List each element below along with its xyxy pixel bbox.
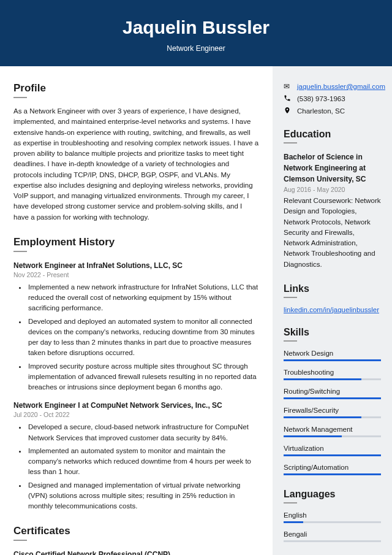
skill-bar	[284, 435, 381, 437]
linkedin-link[interactable]: linkedin.com/in/jaquelinbussler	[284, 306, 379, 313]
education-heading: Education	[284, 129, 381, 144]
skill-name: Troubleshooting	[284, 369, 381, 376]
job-bullet: Improved security posture across multipl…	[27, 361, 259, 393]
skill-bar	[284, 416, 381, 418]
phone-icon	[284, 94, 292, 103]
certificates-heading: Certificates	[13, 525, 259, 542]
job-bullet: Developed and deployed an automated syst…	[27, 316, 259, 359]
education-desc: Relevant Coursework: Network Design and …	[284, 196, 381, 270]
job-entry: Network Engineer at InfraNet Solutions, …	[13, 261, 259, 393]
skill-name: Network Design	[284, 350, 381, 357]
job-bullet: Developed a secure, cloud-based network …	[27, 422, 259, 443]
contact-section: ✉ jaquelin.bussler@gmail.com (538) 973-1…	[284, 82, 381, 115]
skill-item: Firewalls/Security	[284, 407, 381, 418]
skill-item: Network Design	[284, 350, 381, 361]
skill-bar	[284, 378, 381, 380]
skill-bar	[284, 454, 381, 456]
skill-name: Scripting/Automation	[284, 464, 381, 471]
profile-heading: Profile	[13, 82, 259, 99]
location-text: Charleston, SC	[297, 107, 345, 115]
education-title: Bachelor of Science in Network Engineeri…	[284, 151, 381, 185]
profile-text: As a Network Engineer with over 3 years …	[13, 106, 259, 223]
language-item: Bengali	[284, 530, 381, 542]
person-name: Jaquelin Bussler	[12, 17, 380, 38]
job-bullet: Implemented a new network infrastructure…	[27, 282, 259, 314]
skill-item: Virtualization	[284, 445, 381, 456]
employment-heading: Employment History	[13, 236, 259, 253]
job-bullet: Designed and managed implementation of v…	[27, 480, 259, 512]
skill-name: Virtualization	[284, 445, 381, 452]
education-dates: Aug 2016 - May 2020	[284, 186, 381, 193]
skill-item: Network Management	[284, 426, 381, 437]
skill-item: Routing/Switching	[284, 388, 381, 399]
cert-title: Cisco Certified Network Professional (CC…	[13, 550, 259, 555]
sidebar-column: ✉ jaquelin.bussler@gmail.com (538) 973-1…	[273, 66, 392, 555]
job-title: Network Engineer I at CompuNet Network S…	[13, 401, 259, 410]
phone-text: (538) 973-1963	[297, 95, 345, 102]
job-bullet: Implemented an automated system to monit…	[27, 446, 259, 478]
language-bar	[284, 540, 381, 542]
job-dates: Nov 2022 - Present	[13, 271, 259, 278]
links-heading: Links	[284, 283, 381, 299]
job-entry: Network Engineer I at CompuNet Network S…	[13, 401, 259, 511]
skill-name: Firewalls/Security	[284, 407, 381, 414]
language-item: English	[284, 511, 381, 523]
job-title: Network Engineer at InfraNet Solutions, …	[13, 261, 259, 270]
skills-heading: Skills	[284, 327, 381, 342]
skill-bar	[284, 359, 381, 361]
skill-name: Network Management	[284, 426, 381, 433]
resume-header: Jaquelin Bussler Network Engineer	[0, 0, 392, 66]
skill-item: Troubleshooting	[284, 369, 381, 380]
language-name: English	[284, 511, 381, 519]
email-link[interactable]: jaquelin.bussler@gmail.com	[297, 83, 385, 90]
email-icon: ✉	[284, 82, 292, 91]
person-title: Network Engineer	[12, 44, 380, 53]
skill-bar	[284, 473, 381, 475]
location-icon	[284, 107, 292, 115]
skill-name: Routing/Switching	[284, 388, 381, 395]
main-column: Profile As a Network Engineer with over …	[0, 66, 273, 555]
job-dates: Jul 2020 - Oct 2022	[13, 411, 259, 418]
languages-heading: Languages	[284, 489, 381, 504]
skill-item: Scripting/Automation	[284, 464, 381, 475]
language-name: Bengali	[284, 530, 381, 538]
language-bar	[284, 521, 381, 523]
skill-bar	[284, 397, 381, 399]
